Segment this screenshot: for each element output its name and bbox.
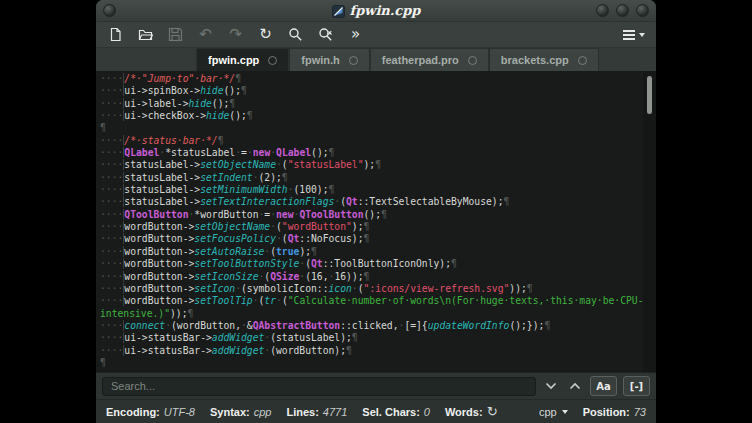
code-line: ····wordButton->setIcon·(symbolicIcon::i… xyxy=(100,283,643,295)
code-line: ····statusLabel->setIndent·(2);¶ xyxy=(100,172,643,184)
sel-chars-value: 0 xyxy=(424,406,430,418)
menu-caret-icon xyxy=(639,33,645,37)
code-area: ····/*·"Jump·to"·bar·*/¶····ui->spinBox-… xyxy=(100,73,643,372)
code-line: ····wordButton->setFocusPolicy·(Qt::NoFo… xyxy=(100,233,643,245)
featherpad-app-icon xyxy=(332,4,345,17)
tab-close-icon[interactable] xyxy=(349,56,358,65)
position-value: 73 xyxy=(634,406,646,418)
code-line: ····connect·(wordButton,·&QAbstractButto… xyxy=(100,320,643,332)
tab-label: fpwin.h xyxy=(301,54,340,66)
code-line: ¶ xyxy=(100,357,643,369)
lines-status: Lines: 4771 xyxy=(286,406,347,418)
tab-fpwin.h[interactable]: fpwin.h xyxy=(289,48,370,71)
code-line: ····/*·status·bar·*/¶ xyxy=(100,135,643,147)
code-line: ····QLabel·*statusLabel·=·new·QLabel();¶ xyxy=(100,147,643,159)
code-line: ····wordButton->setAutoRaise·(true);¶ xyxy=(100,246,643,258)
save-icon[interactable] xyxy=(167,26,184,43)
search-and-replace-icon[interactable] xyxy=(317,26,334,43)
scrollbar-track[interactable] xyxy=(643,71,656,372)
code-line: ····statusLabel->setTextInteractionFlags… xyxy=(100,196,643,208)
find-next-chevron-down-icon[interactable] xyxy=(542,377,560,395)
tab-close-icon[interactable] xyxy=(468,56,477,65)
close-button[interactable] xyxy=(636,4,649,17)
code-line: ····wordButton->setToolTip·(tr·("Calcula… xyxy=(100,295,643,307)
refresh-word-count-icon[interactable]: ↻ xyxy=(487,404,498,419)
tab-bar-tabs: fpwin.cppfpwin.hfeatherpad.probrackets.c… xyxy=(196,48,599,71)
reload-icon[interactable]: ↻ xyxy=(257,26,274,43)
encoding-value: UTF-8 xyxy=(164,406,195,418)
tab-close-icon[interactable] xyxy=(578,56,587,65)
combo-caret-icon xyxy=(562,410,568,414)
code-line: ····ui->checkBox->hide();¶ xyxy=(100,110,643,122)
code-line: ····wordButton->setObjectName·("wordButt… xyxy=(100,221,643,233)
minimize-button[interactable] xyxy=(596,4,609,17)
code-line: ····/*·"Jump·to"·bar·*/¶ xyxy=(100,73,643,85)
tab-featherpad.pro[interactable]: featherpad.pro xyxy=(370,48,489,71)
tab-bar-spacer xyxy=(96,48,196,71)
tab-label: brackets.cpp xyxy=(501,54,569,66)
code-line: ····statusLabel->setObjectName·("statusL… xyxy=(100,159,643,171)
tab-label: featherpad.pro xyxy=(382,54,459,66)
tab-brackets.cpp[interactable]: brackets.cpp xyxy=(489,48,599,71)
toolbar: ↶ ↷ ↻ » xyxy=(96,22,656,48)
window-title: fpwin.cpp xyxy=(350,3,421,18)
code-line: ····ui->statusBar->addWidget·(wordButton… xyxy=(100,345,643,357)
status-bar: Encoding: UTF-8 Syntax: cpp Lines: 4771 … xyxy=(96,399,656,423)
words-label: Words: xyxy=(445,406,483,418)
code-line: ····QToolButton·*wordButton·=·new·QToolB… xyxy=(100,209,643,221)
title-bar: fpwin.cpp xyxy=(96,0,656,22)
more-tools-icon[interactable]: » xyxy=(347,26,364,43)
window-menu-button[interactable] xyxy=(103,4,116,17)
scrollbar-thumb[interactable] xyxy=(647,76,652,114)
lines-value: 4771 xyxy=(323,406,347,418)
desktop: fpwin.cpp xyxy=(0,0,752,423)
sel-chars-label: Sel. Chars: xyxy=(362,406,419,418)
new-file-icon[interactable] xyxy=(107,26,124,43)
open-file-icon[interactable] xyxy=(137,26,154,43)
tab-bar: fpwin.cppfpwin.hfeatherpad.probrackets.c… xyxy=(96,48,656,71)
encoding-status: Encoding: UTF-8 xyxy=(106,406,195,418)
search-icon[interactable] xyxy=(287,26,304,43)
tab-fpwin.cpp[interactable]: fpwin.cpp xyxy=(196,48,289,71)
match-case-button[interactable]: Aa xyxy=(590,376,617,396)
code-line: ····ui->spinBox->hide();¶ xyxy=(100,85,643,97)
syntax-label: Syntax: xyxy=(210,406,250,418)
search-bar: Aa [-] xyxy=(96,372,656,399)
lines-label: Lines: xyxy=(286,406,318,418)
code-line: ····ui->statusBar->addWidget·(statusLabe… xyxy=(100,332,643,344)
position-label: Position: xyxy=(583,406,630,418)
selected-chars-status: Sel. Chars: 0 xyxy=(362,406,430,418)
undo-icon[interactable]: ↶ xyxy=(197,26,214,43)
search-input[interactable] xyxy=(102,377,536,396)
syntax-combo-box[interactable]: cpp xyxy=(539,406,568,418)
whole-words-button[interactable]: [-] xyxy=(623,376,650,396)
code-line: ¶ xyxy=(100,122,643,134)
position-status: Position: 73 xyxy=(583,406,646,418)
featherpad-window: fpwin.cpp xyxy=(96,0,656,423)
syntax-status: Syntax: cpp xyxy=(210,406,272,418)
code-line: ····statusLabel->setMinimumWidth·(100);¶ xyxy=(100,184,643,196)
text-editor[interactable]: ····/*·"Jump·to"·bar·*/¶····ui->spinBox-… xyxy=(96,71,656,372)
code-line: ····wordButton->setIconSize·(QSize·(16,·… xyxy=(100,271,643,283)
find-previous-chevron-up-icon[interactable] xyxy=(566,377,584,395)
encoding-label: Encoding: xyxy=(106,406,160,418)
syntax-combo-value: cpp xyxy=(539,406,557,418)
code-line: ····wordButton->setToolButtonStyle·(Qt::… xyxy=(100,258,643,270)
maximize-button[interactable] xyxy=(616,4,629,17)
words-status: Words: ↻ xyxy=(445,404,498,419)
code-line: ····ui->label->hide();¶ xyxy=(100,98,643,110)
redo-icon[interactable]: ↷ xyxy=(227,26,244,43)
code-line: intensive.)"));¶ xyxy=(100,308,643,320)
tab-label: fpwin.cpp xyxy=(208,54,259,66)
tab-close-icon[interactable] xyxy=(268,56,277,65)
main-menu-button[interactable] xyxy=(622,29,645,41)
syntax-value: cpp xyxy=(254,406,272,418)
